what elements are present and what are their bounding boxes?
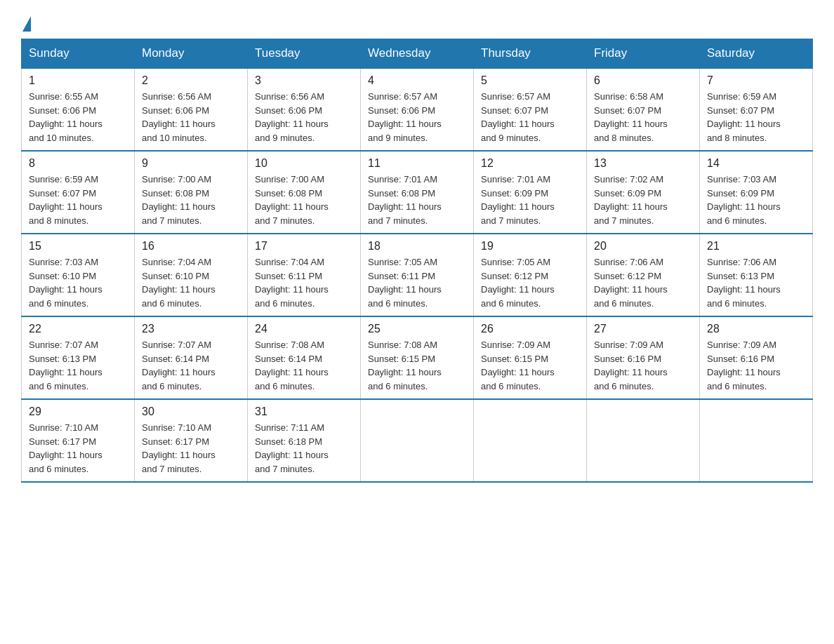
day-cell-2: 2Sunrise: 6:56 AMSunset: 6:06 PMDaylight…	[135, 68, 248, 151]
week-row-2: 8Sunrise: 6:59 AMSunset: 6:07 PMDaylight…	[22, 151, 813, 234]
day-cell-31: 31Sunrise: 7:11 AMSunset: 6:18 PMDayligh…	[248, 399, 361, 482]
weekday-header-wednesday: Wednesday	[361, 39, 474, 69]
day-number: 27	[594, 323, 692, 335]
day-cell-12: 12Sunrise: 7:01 AMSunset: 6:09 PMDayligh…	[474, 151, 587, 234]
day-cell-27: 27Sunrise: 7:09 AMSunset: 6:16 PMDayligh…	[587, 316, 700, 399]
weekday-header-saturday: Saturday	[700, 39, 813, 69]
week-row-4: 22Sunrise: 7:07 AMSunset: 6:13 PMDayligh…	[22, 316, 813, 399]
day-number: 16	[142, 240, 240, 253]
day-cell-9: 9Sunrise: 7:00 AMSunset: 6:08 PMDaylight…	[135, 151, 248, 234]
day-number: 20	[594, 240, 692, 253]
weekday-header-monday: Monday	[135, 39, 248, 69]
day-cell-21: 21Sunrise: 7:06 AMSunset: 6:13 PMDayligh…	[700, 234, 813, 316]
day-cell-8: 8Sunrise: 6:59 AMSunset: 6:07 PMDaylight…	[22, 151, 135, 234]
day-info: Sunrise: 7:06 AMSunset: 6:13 PMDaylight:…	[707, 257, 781, 309]
day-number: 10	[255, 157, 353, 170]
day-info: Sunrise: 6:58 AMSunset: 6:07 PMDaylight:…	[594, 91, 668, 143]
day-cell-10: 10Sunrise: 7:00 AMSunset: 6:08 PMDayligh…	[248, 151, 361, 234]
day-info: Sunrise: 7:06 AMSunset: 6:12 PMDaylight:…	[594, 257, 668, 309]
day-number: 6	[594, 74, 692, 87]
day-cell-7: 7Sunrise: 6:59 AMSunset: 6:07 PMDaylight…	[700, 68, 813, 151]
day-cell-6: 6Sunrise: 6:58 AMSunset: 6:07 PMDaylight…	[587, 68, 700, 151]
day-info: Sunrise: 7:09 AMSunset: 6:15 PMDaylight:…	[481, 340, 555, 391]
day-cell-23: 23Sunrise: 7:07 AMSunset: 6:14 PMDayligh…	[135, 316, 248, 399]
day-number: 29	[29, 405, 127, 418]
day-number: 26	[481, 323, 579, 335]
day-number: 5	[481, 74, 579, 87]
day-cell-5: 5Sunrise: 6:57 AMSunset: 6:07 PMDaylight…	[474, 68, 587, 151]
day-number: 22	[29, 323, 127, 335]
day-cell-14: 14Sunrise: 7:03 AMSunset: 6:09 PMDayligh…	[700, 151, 813, 234]
day-number: 28	[707, 323, 805, 335]
day-info: Sunrise: 7:01 AMSunset: 6:09 PMDaylight:…	[481, 174, 555, 226]
day-info: Sunrise: 7:04 AMSunset: 6:10 PMDaylight:…	[142, 257, 216, 309]
day-info: Sunrise: 7:09 AMSunset: 6:16 PMDaylight:…	[707, 340, 781, 391]
day-number: 19	[481, 240, 579, 253]
day-info: Sunrise: 7:10 AMSunset: 6:17 PMDaylight:…	[29, 422, 102, 474]
empty-cell	[361, 399, 474, 482]
day-cell-17: 17Sunrise: 7:04 AMSunset: 6:11 PMDayligh…	[248, 234, 361, 316]
day-number: 24	[255, 323, 353, 335]
day-info: Sunrise: 7:00 AMSunset: 6:08 PMDaylight:…	[142, 174, 216, 226]
day-number: 15	[29, 240, 127, 253]
day-number: 14	[707, 157, 805, 170]
day-cell-26: 26Sunrise: 7:09 AMSunset: 6:15 PMDayligh…	[474, 316, 587, 399]
day-number: 31	[255, 405, 353, 418]
day-number: 9	[142, 157, 240, 170]
day-cell-19: 19Sunrise: 7:05 AMSunset: 6:12 PMDayligh…	[474, 234, 587, 316]
day-info: Sunrise: 6:57 AMSunset: 6:06 PMDaylight:…	[368, 91, 442, 143]
week-row-5: 29Sunrise: 7:10 AMSunset: 6:17 PMDayligh…	[22, 399, 813, 482]
day-info: Sunrise: 6:59 AMSunset: 6:07 PMDaylight:…	[707, 91, 781, 143]
day-info: Sunrise: 7:09 AMSunset: 6:16 PMDaylight:…	[594, 340, 668, 391]
day-info: Sunrise: 6:59 AMSunset: 6:07 PMDaylight:…	[29, 174, 102, 226]
day-info: Sunrise: 6:56 AMSunset: 6:06 PMDaylight:…	[142, 91, 216, 143]
day-number: 7	[707, 74, 805, 87]
day-number: 1	[29, 74, 127, 87]
day-cell-11: 11Sunrise: 7:01 AMSunset: 6:08 PMDayligh…	[361, 151, 474, 234]
weekday-header-friday: Friday	[587, 39, 700, 69]
empty-cell	[587, 399, 700, 482]
day-cell-3: 3Sunrise: 6:56 AMSunset: 6:06 PMDaylight…	[248, 68, 361, 151]
day-info: Sunrise: 7:00 AMSunset: 6:08 PMDaylight:…	[255, 174, 329, 226]
day-cell-22: 22Sunrise: 7:07 AMSunset: 6:13 PMDayligh…	[22, 316, 135, 399]
day-number: 12	[481, 157, 579, 170]
day-info: Sunrise: 7:08 AMSunset: 6:15 PMDaylight:…	[368, 340, 442, 391]
day-info: Sunrise: 7:11 AMSunset: 6:18 PMDaylight:…	[255, 422, 329, 474]
day-number: 21	[707, 240, 805, 253]
day-cell-16: 16Sunrise: 7:04 AMSunset: 6:10 PMDayligh…	[135, 234, 248, 316]
day-number: 13	[594, 157, 692, 170]
day-cell-29: 29Sunrise: 7:10 AMSunset: 6:17 PMDayligh…	[22, 399, 135, 482]
weekday-header-row: SundayMondayTuesdayWednesdayThursdayFrid…	[22, 39, 813, 69]
empty-cell	[474, 399, 587, 482]
day-number: 25	[368, 323, 466, 335]
day-info: Sunrise: 7:10 AMSunset: 6:17 PMDaylight:…	[142, 422, 216, 474]
day-number: 17	[255, 240, 353, 253]
day-cell-18: 18Sunrise: 7:05 AMSunset: 6:11 PMDayligh…	[361, 234, 474, 316]
day-info: Sunrise: 6:55 AMSunset: 6:06 PMDaylight:…	[29, 91, 102, 143]
day-cell-30: 30Sunrise: 7:10 AMSunset: 6:17 PMDayligh…	[135, 399, 248, 482]
week-row-3: 15Sunrise: 7:03 AMSunset: 6:10 PMDayligh…	[22, 234, 813, 316]
day-cell-20: 20Sunrise: 7:06 AMSunset: 6:12 PMDayligh…	[587, 234, 700, 316]
weekday-header-thursday: Thursday	[474, 39, 587, 69]
weekday-header-tuesday: Tuesday	[248, 39, 361, 69]
week-row-1: 1Sunrise: 6:55 AMSunset: 6:06 PMDaylight…	[22, 68, 813, 151]
day-cell-25: 25Sunrise: 7:08 AMSunset: 6:15 PMDayligh…	[361, 316, 474, 399]
day-number: 11	[368, 157, 466, 170]
logo-triangle-icon	[22, 16, 31, 32]
day-info: Sunrise: 7:05 AMSunset: 6:12 PMDaylight:…	[481, 257, 555, 309]
day-number: 3	[255, 74, 353, 87]
day-info: Sunrise: 7:07 AMSunset: 6:13 PMDaylight:…	[29, 340, 102, 391]
day-info: Sunrise: 7:05 AMSunset: 6:11 PMDaylight:…	[368, 257, 442, 309]
logo	[21, 14, 32, 32]
day-info: Sunrise: 7:07 AMSunset: 6:14 PMDaylight:…	[142, 340, 216, 391]
day-number: 8	[29, 157, 127, 170]
day-cell-15: 15Sunrise: 7:03 AMSunset: 6:10 PMDayligh…	[22, 234, 135, 316]
weekday-header-sunday: Sunday	[22, 39, 135, 69]
day-cell-24: 24Sunrise: 7:08 AMSunset: 6:14 PMDayligh…	[248, 316, 361, 399]
day-cell-1: 1Sunrise: 6:55 AMSunset: 6:06 PMDaylight…	[22, 68, 135, 151]
day-number: 4	[368, 74, 466, 87]
day-cell-13: 13Sunrise: 7:02 AMSunset: 6:09 PMDayligh…	[587, 151, 700, 234]
day-info: Sunrise: 7:08 AMSunset: 6:14 PMDaylight:…	[255, 340, 329, 391]
day-info: Sunrise: 6:57 AMSunset: 6:07 PMDaylight:…	[481, 91, 555, 143]
day-info: Sunrise: 7:01 AMSunset: 6:08 PMDaylight:…	[368, 174, 442, 226]
